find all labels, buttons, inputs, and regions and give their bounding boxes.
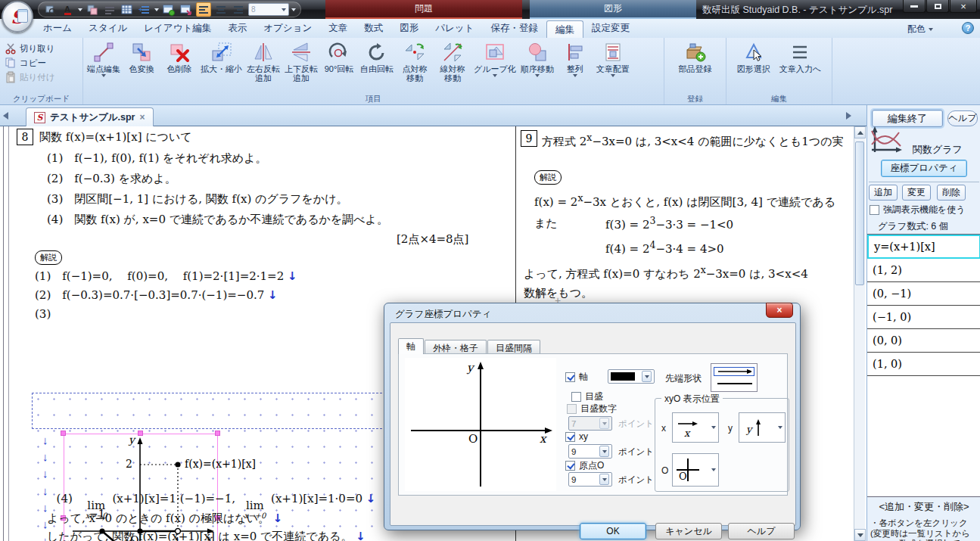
tip-shape-option-arrow[interactable] <box>714 367 754 376</box>
change-button[interactable]: 変更 <box>902 185 931 201</box>
line-symmetry-button[interactable]: 線対称 移動 <box>434 39 471 84</box>
scrollbar-thumb[interactable] <box>855 141 864 285</box>
restore-button[interactable] <box>926 0 949 13</box>
dialog-cancel-button[interactable]: キャンセル <box>655 523 722 539</box>
font-size-combo[interactable]: 8 <box>248 3 289 16</box>
tab-settings-change[interactable]: 設定変更 <box>583 19 638 38</box>
dialog-help-button[interactable]: ヘルプ <box>728 523 795 539</box>
scale-button[interactable]: 拡大・縮小 <box>198 39 244 74</box>
selection-handle[interactable] <box>61 431 66 436</box>
xy-size-dropdown[interactable]: 9 <box>568 444 612 459</box>
register-part-button[interactable]: 部品登録 <box>677 39 714 74</box>
align-right-icon[interactable] <box>231 2 246 17</box>
highlight-checkbox[interactable] <box>870 205 879 215</box>
tab-palette[interactable]: パレット <box>427 19 482 38</box>
origin-checkbox[interactable] <box>565 461 575 471</box>
tab-formula[interactable]: 数式 <box>356 19 391 38</box>
order-move-button[interactable]: 順序移動 <box>518 39 556 78</box>
formula-list-item[interactable]: (1, 2) <box>867 259 980 282</box>
group-button[interactable]: グループ化 <box>471 39 518 78</box>
formula-list-item[interactable]: (1, 0) <box>867 353 980 376</box>
text-layout-button[interactable]: 文章配置 <box>594 39 632 78</box>
shape-select-button[interactable]: 図形選択 <box>735 39 773 74</box>
tab-options[interactable]: オプション <box>255 19 320 38</box>
selection-handle[interactable] <box>215 431 220 436</box>
database-find-icon[interactable] <box>43 2 58 17</box>
font-color-icon[interactable]: A <box>61 2 76 17</box>
formula-list-item[interactable]: y=(x+1)[x] <box>867 235 980 259</box>
insert-row-dropdown-icon[interactable] <box>154 8 159 11</box>
copy-format-icon[interactable] <box>85 2 100 17</box>
align-button[interactable]: 整列 <box>556 39 594 78</box>
tab-shape[interactable]: 図形 <box>391 19 427 38</box>
scroll-down-button[interactable] <box>854 529 866 541</box>
delete-button[interactable]: 削除 <box>937 185 966 201</box>
color-delete-button[interactable]: 色削除 <box>160 39 198 74</box>
dialog-tab-scale-interval[interactable]: 目盛間隔 <box>487 340 540 354</box>
endpoint-edit-button[interactable]: 端点編集 <box>85 39 123 78</box>
tab-style[interactable]: スタイル <box>80 19 135 38</box>
qat-more-icon[interactable] <box>291 8 296 11</box>
font-color-dropdown-icon[interactable] <box>78 8 82 11</box>
window-export-icon[interactable] <box>179 2 194 17</box>
document-scrollbar[interactable] <box>854 126 865 541</box>
panel-help-button[interactable]: ヘルプ <box>947 110 978 126</box>
help-icon[interactable]: ? <box>962 22 974 34</box>
tab-scroll-right-icon[interactable] <box>846 112 851 120</box>
dialog-ok-button[interactable]: OK <box>580 523 646 539</box>
axis-color-dropdown[interactable] <box>608 369 655 384</box>
to-text-input-button[interactable]: 文章入力へ <box>777 39 823 74</box>
colorscheme-button[interactable]: 配色 <box>907 23 933 36</box>
coord-property-button[interactable]: 座標プロパティ <box>881 160 967 177</box>
origin-size-dropdown[interactable]: 9 <box>568 472 612 487</box>
tab-scroll-left-icon[interactable] <box>3 112 8 120</box>
dialog-tab-axis[interactable]: 軸 <box>398 338 424 354</box>
tab-save-register[interactable]: 保存・登録 <box>482 19 546 38</box>
copy-button[interactable]: コピー <box>5 57 77 69</box>
align-left-icon[interactable] <box>196 2 211 17</box>
color-convert-button[interactable]: 色変換 <box>123 39 160 74</box>
minimize-button[interactable] <box>903 0 926 13</box>
axis-checkbox[interactable] <box>565 372 575 382</box>
xy-checkbox[interactable] <box>565 432 575 442</box>
ruby-text-icon[interactable] <box>102 2 117 17</box>
y-position-dropdown[interactable]: y <box>739 412 786 443</box>
point-symmetry-button[interactable]: 点対称 移動 <box>396 39 434 84</box>
scale-number-checkbox[interactable] <box>567 404 577 414</box>
scroll-up-button[interactable] <box>854 126 866 138</box>
scale-checkbox[interactable] <box>571 392 581 402</box>
document-tab[interactable]: S テストサンプル.spr × <box>26 107 154 126</box>
tab-layout-edit[interactable]: レイアウト編集 <box>135 19 219 38</box>
problem8-concl2: したがって, 関数 f(x)=(x+1)[x] は x=0 で不連続である。 ↓ <box>47 530 366 541</box>
flip-horizontal-button[interactable]: 左右反転 追加 <box>244 39 282 84</box>
register-part-label: 部品登録 <box>679 64 712 73</box>
free-rotate-button[interactable]: 自由回転 <box>358 39 396 74</box>
formula-list-item[interactable]: (0, −1) <box>867 282 980 306</box>
scale-number-size-dropdown[interactable]: 7 <box>568 416 612 431</box>
tip-shape-option-plain[interactable] <box>714 379 754 388</box>
tab-edit[interactable]: 編集 <box>546 20 583 38</box>
dialog-close-button[interactable]: × <box>766 303 793 318</box>
align-center-icon[interactable] <box>213 2 229 17</box>
o-position-dropdown[interactable]: O <box>672 453 719 487</box>
tip-shape-selector[interactable] <box>711 363 758 392</box>
flip-vertical-button[interactable]: 上下反転 追加 <box>282 39 320 84</box>
formula-list-item[interactable]: (0, 0) <box>867 329 980 353</box>
rotate-90-button[interactable]: 90°回転 <box>320 39 358 74</box>
selection-handle[interactable] <box>138 431 143 436</box>
add-button[interactable]: 追加 <box>869 185 898 201</box>
paste-button[interactable]: 貼り付け <box>5 71 77 83</box>
x-position-dropdown[interactable]: x <box>672 412 719 443</box>
tab-view[interactable]: 表示 <box>219 19 255 38</box>
tab-home[interactable]: ホーム <box>35 19 80 38</box>
dialog-tab-frame-grid[interactable]: 外枠・格子 <box>425 340 487 354</box>
window-run-icon[interactable] <box>161 2 176 17</box>
app-logo-icon[interactable]: S <box>2 1 33 33</box>
close-button[interactable]: × <box>950 0 977 13</box>
cut-button[interactable]: 切り取り <box>5 42 77 54</box>
table-icon[interactable] <box>120 2 135 17</box>
insert-row-icon[interactable]: + <box>137 2 152 17</box>
document-tab-close-icon[interactable]: × <box>139 112 145 123</box>
tab-text[interactable]: 文章 <box>320 19 356 38</box>
formula-list-item[interactable]: (−1, 0) <box>867 306 980 329</box>
